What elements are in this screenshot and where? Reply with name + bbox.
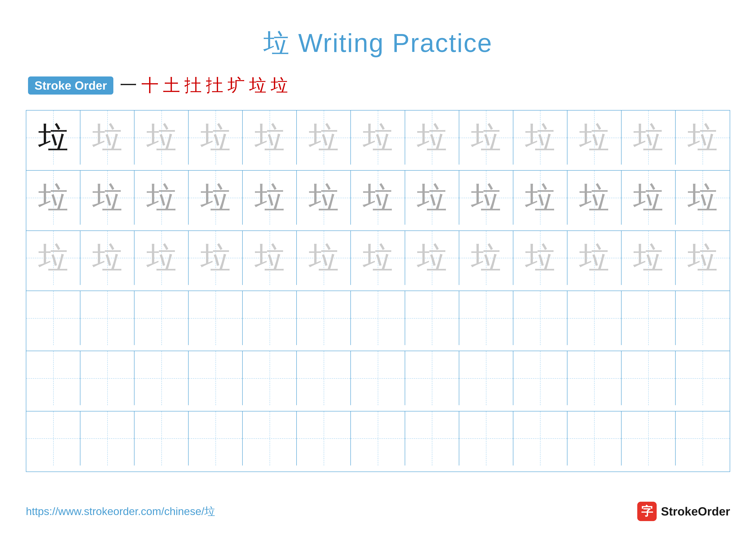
grid-cell[interactable] <box>567 291 622 345</box>
grid-cell[interactable] <box>351 411 405 466</box>
page: 垃 Writing Practice Stroke Order 一 十 土 扗 … <box>0 0 756 534</box>
practice-char: 垃 <box>471 183 501 213</box>
grid-cell[interactable] <box>459 411 513 466</box>
grid-cell[interactable]: 垃 <box>26 171 80 225</box>
grid-cell[interactable]: 垃 <box>189 111 243 165</box>
grid-cell[interactable]: 垃 <box>622 171 676 225</box>
grid-cell[interactable] <box>297 411 351 466</box>
grid-cell[interactable] <box>676 351 730 405</box>
grid-cell[interactable] <box>80 291 134 345</box>
grid-cell[interactable] <box>513 351 567 405</box>
stroke-order-row: Stroke Order 一 十 土 扗 扗 圹 垃 垃 <box>26 74 730 97</box>
grid-cell[interactable]: 垃 <box>297 171 351 225</box>
grid-cell[interactable] <box>80 411 134 466</box>
practice-char: 垃 <box>579 243 609 273</box>
grid-cell[interactable]: 垃 <box>622 231 676 285</box>
practice-char: 垃 <box>633 123 663 153</box>
grid-cell[interactable] <box>134 291 189 345</box>
grid-cell[interactable]: 垃 <box>405 231 459 285</box>
practice-char: 垃 <box>471 243 501 273</box>
grid-cell[interactable]: 垃 <box>297 231 351 285</box>
grid-cell[interactable] <box>351 351 405 405</box>
grid-cell[interactable] <box>189 351 243 405</box>
grid-cell[interactable]: 垃 <box>459 111 513 165</box>
grid-cell[interactable]: 垃 <box>676 111 730 165</box>
grid-cell[interactable]: 垃 <box>459 171 513 225</box>
grid-cell[interactable] <box>459 351 513 405</box>
grid-cell[interactable]: 垃 <box>513 171 567 225</box>
grid-cell[interactable] <box>243 291 297 345</box>
grid-cell[interactable] <box>243 411 297 466</box>
grid-cell[interactable]: 垃 <box>189 171 243 225</box>
grid-cell[interactable] <box>80 351 134 405</box>
practice-char: 垃 <box>633 183 663 213</box>
grid-cell[interactable] <box>567 351 622 405</box>
grid-cell[interactable] <box>297 351 351 405</box>
grid-cell[interactable]: 垃 <box>351 171 405 225</box>
stroke-steps: 一 十 土 扗 扗 圹 垃 垃 <box>120 74 288 97</box>
grid-cell[interactable]: 垃 <box>567 111 622 165</box>
practice-char: 垃 <box>255 123 285 153</box>
grid-cell[interactable] <box>26 351 80 405</box>
grid-cell[interactable]: 垃 <box>676 231 730 285</box>
grid-cell[interactable]: 垃 <box>80 231 134 285</box>
grid-cell[interactable]: 垃 <box>243 231 297 285</box>
practice-char: 垃 <box>201 183 230 213</box>
grid-cell[interactable]: 垃 <box>189 231 243 285</box>
grid-cell[interactable] <box>676 291 730 345</box>
grid-cell[interactable] <box>26 411 80 466</box>
grid-cell[interactable] <box>297 291 351 345</box>
grid-cell[interactable]: 垃 <box>80 171 134 225</box>
practice-char: 垃 <box>525 183 555 213</box>
grid-cell[interactable]: 垃 <box>351 231 405 285</box>
grid-cell[interactable]: 垃 <box>243 111 297 165</box>
grid-cell[interactable]: 垃 <box>243 171 297 225</box>
practice-char: 垃 <box>92 183 122 213</box>
practice-char: 垃 <box>92 243 122 273</box>
grid-cell[interactable] <box>622 411 676 466</box>
grid-cell[interactable] <box>134 351 189 405</box>
grid-cell[interactable] <box>405 411 459 466</box>
grid-cell[interactable] <box>459 291 513 345</box>
grid-cell[interactable]: 垃 <box>567 231 622 285</box>
footer-url[interactable]: https://www.strokeorder.com/chinese/垃 <box>26 504 215 519</box>
grid-cell[interactable] <box>676 411 730 466</box>
grid-cell[interactable] <box>134 411 189 466</box>
grid-cell[interactable]: 垃 <box>459 231 513 285</box>
grid-cell[interactable]: 垃 <box>622 111 676 165</box>
grid-cell[interactable] <box>189 291 243 345</box>
grid-cell[interactable] <box>351 291 405 345</box>
grid-cell[interactable]: 垃 <box>297 111 351 165</box>
grid-cell[interactable] <box>567 411 622 466</box>
grid-cell[interactable] <box>243 351 297 405</box>
grid-cell[interactable]: 垃 <box>80 111 134 165</box>
stroke-8: 垃 <box>271 74 288 97</box>
grid-cell[interactable]: 垃 <box>676 171 730 225</box>
grid-cell[interactable]: 垃 <box>405 111 459 165</box>
grid-cell[interactable]: 垃 <box>513 111 567 165</box>
grid-cell[interactable]: 垃 <box>134 111 189 165</box>
grid-cell[interactable]: 垃 <box>26 111 80 165</box>
grid-cell[interactable] <box>622 291 676 345</box>
grid-cell[interactable]: 垃 <box>405 171 459 225</box>
grid-cell[interactable] <box>405 291 459 345</box>
practice-char: 垃 <box>363 123 393 153</box>
grid-cell[interactable]: 垃 <box>567 171 622 225</box>
stroke-6: 圹 <box>228 74 245 97</box>
grid-cell[interactable] <box>513 291 567 345</box>
grid-cell[interactable] <box>189 411 243 466</box>
grid-cell[interactable]: 垃 <box>134 231 189 285</box>
grid-cell[interactable]: 垃 <box>134 171 189 225</box>
stroke-4: 扗 <box>184 74 202 97</box>
practice-char: 垃 <box>579 123 609 153</box>
grid-cell[interactable] <box>622 351 676 405</box>
logo-text: StrokeOrder <box>661 504 730 518</box>
grid-cell[interactable]: 垃 <box>26 231 80 285</box>
grid-cell[interactable] <box>405 351 459 405</box>
grid-cell[interactable]: 垃 <box>351 111 405 165</box>
practice-char: 垃 <box>525 243 555 273</box>
practice-char: 垃 <box>38 243 68 273</box>
grid-cell[interactable]: 垃 <box>513 231 567 285</box>
grid-cell[interactable] <box>513 411 567 466</box>
grid-cell[interactable] <box>26 291 80 345</box>
